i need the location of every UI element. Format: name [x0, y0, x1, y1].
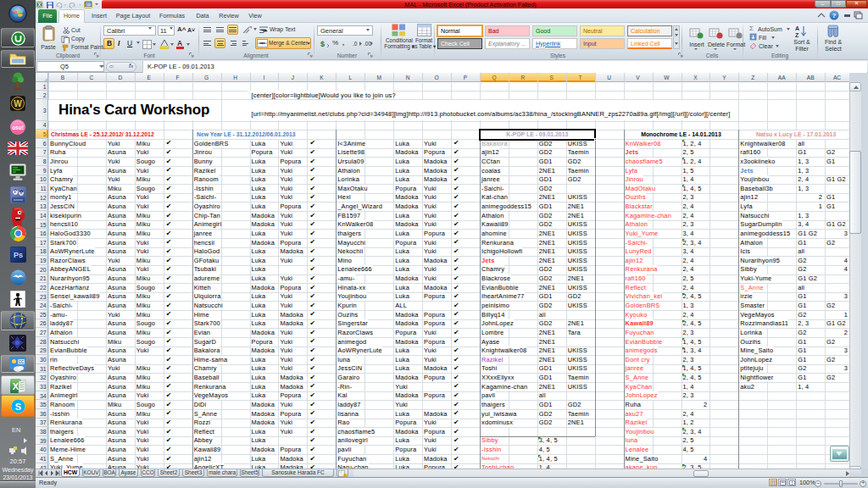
- svg-text:Z: Z: [795, 32, 799, 38]
- svg-text:W: W: [14, 99, 22, 108]
- svg-text:osu!: osu!: [12, 125, 24, 130]
- svg-text:$: $: [320, 40, 325, 48]
- svg-text:A: A: [795, 25, 799, 31]
- svg-text:X: X: [13, 381, 19, 391]
- svg-text:CC: CC: [19, 360, 25, 364]
- svg-text:S: S: [15, 402, 21, 412]
- svg-text:Ps: Ps: [14, 251, 23, 259]
- svg-text:X: X: [37, 2, 42, 8]
- svg-text:?: ?: [832, 12, 837, 19]
- svg-text:.0: .0: [353, 41, 358, 47]
